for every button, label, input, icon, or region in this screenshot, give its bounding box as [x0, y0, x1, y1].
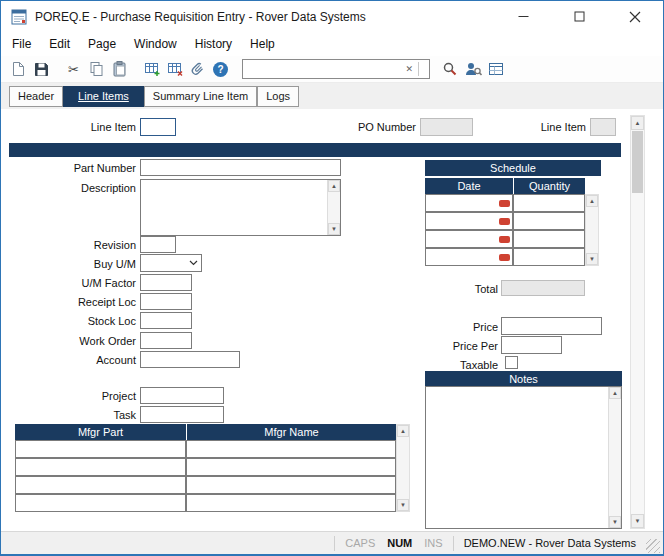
- form-scrollbar[interactable]: ▲ ▼: [630, 115, 645, 529]
- copy-button[interactable]: [85, 58, 108, 81]
- tab-line-items[interactable]: Line Items: [63, 86, 144, 107]
- account-input[interactable]: [140, 351, 240, 368]
- save-button[interactable]: [30, 58, 53, 81]
- status-bar: CAPS NUM INS DEMO.NEW - Rover Data Syste…: [1, 531, 663, 554]
- mfgr-name-input[interactable]: [186, 494, 396, 512]
- notes-textarea[interactable]: [426, 387, 608, 528]
- schedule-date-input[interactable]: [426, 233, 499, 245]
- mfgr-name-column-header: Mfgr Name: [187, 424, 396, 440]
- tab-header[interactable]: Header: [9, 86, 63, 107]
- part-number-label: Part Number: [41, 162, 136, 175]
- date-picker-button[interactable]: [499, 200, 510, 207]
- mfgr-scrollbar[interactable]: ▲ ▼: [396, 424, 410, 512]
- description-textarea[interactable]: [141, 180, 327, 235]
- mfgr-name-input[interactable]: [186, 440, 396, 458]
- insert-mode-indicator: INS: [418, 537, 448, 549]
- schedule-date-cell: [425, 248, 513, 266]
- schedule-date-input[interactable]: [426, 197, 499, 209]
- schedule-quantity-input[interactable]: [513, 212, 585, 230]
- scroll-up-icon[interactable]: ▲: [631, 116, 644, 130]
- window-controls: [495, 1, 663, 32]
- description-label: Description: [41, 182, 136, 195]
- maximize-icon: [574, 11, 585, 22]
- notes-scrollbar[interactable]: ▲ ▼: [608, 387, 621, 528]
- part-number-input[interactable]: [140, 159, 341, 176]
- mfgr-name-input[interactable]: [186, 458, 396, 476]
- scroll-down-icon[interactable]: ▼: [609, 516, 621, 528]
- price-per-label: Price Per: [411, 340, 498, 353]
- schedule-date-input[interactable]: [426, 215, 499, 227]
- date-picker-button[interactable]: [499, 254, 510, 261]
- stock-loc-input[interactable]: [140, 312, 192, 329]
- schedule-date-input[interactable]: [426, 251, 499, 263]
- tab-logs[interactable]: Logs: [257, 86, 299, 107]
- project-input[interactable]: [140, 387, 224, 404]
- task-input[interactable]: [140, 406, 224, 423]
- schedule-quantity-input[interactable]: [513, 194, 585, 212]
- receipt-loc-input[interactable]: [140, 293, 192, 310]
- maximize-button[interactable]: [551, 1, 607, 32]
- scroll-up-icon[interactable]: ▲: [397, 425, 409, 437]
- scroll-down-icon[interactable]: ▼: [631, 514, 644, 528]
- date-picker-button[interactable]: [499, 236, 510, 243]
- schedule-quantity-input[interactable]: [513, 248, 585, 266]
- menu-item-help[interactable]: Help: [241, 33, 284, 55]
- um-factor-input[interactable]: [140, 274, 192, 291]
- search-input[interactable]: [243, 63, 400, 75]
- mfgr-part-column-header: Mfgr Part: [15, 424, 186, 440]
- copy-icon: [89, 61, 104, 77]
- minimize-button[interactable]: [495, 1, 551, 32]
- schedule-quantity-input[interactable]: [513, 230, 585, 248]
- save-icon: [34, 62, 49, 77]
- close-button[interactable]: [607, 1, 663, 32]
- schedule-scrollbar[interactable]: ▲ ▼: [585, 194, 599, 266]
- mfgr-part-input[interactable]: [15, 440, 186, 458]
- tab-summary-line-item[interactable]: Summary Line Item: [144, 86, 257, 107]
- description-scrollbar[interactable]: ▲ ▼: [327, 180, 340, 235]
- menu-item-edit[interactable]: Edit: [40, 33, 79, 55]
- menu-item-file[interactable]: File: [3, 33, 40, 55]
- scroll-down-icon[interactable]: ▼: [586, 253, 598, 265]
- work-order-input[interactable]: [140, 332, 192, 349]
- menu-item-window[interactable]: Window: [125, 33, 186, 55]
- resize-grip[interactable]: [646, 539, 660, 553]
- mfgr-name-input[interactable]: [186, 476, 396, 494]
- task-label: Task: [41, 409, 136, 422]
- date-picker-button[interactable]: [499, 218, 510, 225]
- chevron-down-icon: [186, 260, 201, 266]
- grid-add-button[interactable]: [140, 58, 163, 81]
- menu-item-page[interactable]: Page: [79, 33, 125, 55]
- taxable-checkbox[interactable]: [505, 356, 518, 369]
- grid-delete-button[interactable]: [163, 58, 186, 81]
- cut-button[interactable]: ✂: [62, 58, 85, 81]
- attach-button[interactable]: [186, 58, 209, 81]
- scroll-up-icon[interactable]: ▲: [609, 387, 621, 399]
- num-lock-indicator: NUM: [381, 537, 418, 549]
- scroll-down-icon[interactable]: ▼: [397, 499, 409, 511]
- line-item-input[interactable]: [140, 118, 176, 136]
- clear-search-icon[interactable]: ✕: [400, 64, 418, 74]
- scroll-up-icon[interactable]: ▲: [586, 195, 598, 207]
- menu-item-history[interactable]: History: [186, 33, 241, 55]
- paste-button[interactable]: [108, 58, 131, 81]
- select-window-button[interactable]: [484, 58, 507, 81]
- new-document-button[interactable]: [7, 58, 30, 81]
- price-per-input[interactable]: [501, 336, 562, 354]
- scroll-up-icon[interactable]: ▲: [328, 180, 340, 192]
- paste-icon: [112, 61, 127, 77]
- scroll-down-icon[interactable]: ▼: [328, 223, 340, 235]
- window-title: POREQ.E - Purchase Requisition Entry - R…: [35, 10, 366, 24]
- description-field: ▲ ▼: [140, 179, 341, 236]
- scrollbar-thumb[interactable]: [632, 131, 643, 193]
- status-right-cluster: CAPS NUM INS DEMO.NEW - Rover Data Syste…: [330, 533, 660, 553]
- revision-input[interactable]: [140, 236, 176, 253]
- buy-um-select[interactable]: [140, 254, 202, 272]
- close-icon: [629, 11, 641, 23]
- search-button[interactable]: [438, 58, 461, 81]
- price-input[interactable]: [501, 317, 602, 335]
- mfgr-part-input[interactable]: [15, 458, 186, 476]
- mfgr-part-input[interactable]: [15, 476, 186, 494]
- user-search-button[interactable]: [461, 58, 484, 81]
- mfgr-part-input[interactable]: [15, 494, 186, 512]
- help-button[interactable]: ?: [209, 58, 232, 81]
